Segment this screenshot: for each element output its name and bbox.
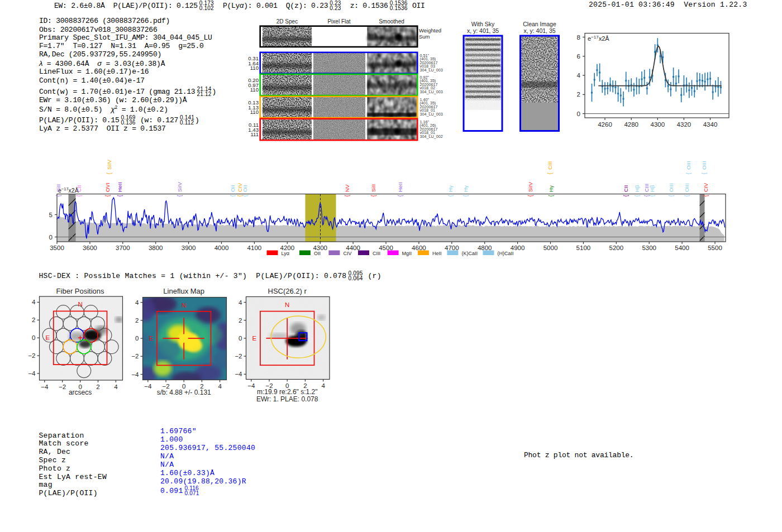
svg-text:(K)CaII: (K)CaII (461, 251, 478, 256)
svg-text:{: { (230, 195, 236, 197)
svg-text:Lyα: Lyα (282, 251, 289, 256)
svg-text:3600: 3600 (83, 245, 97, 251)
svg-text:HeII: HeII (432, 251, 442, 256)
svg-text:OII: OII (314, 251, 321, 256)
svg-text:arcsecs: arcsecs (69, 389, 92, 396)
svg-text:0: 0 (577, 111, 580, 117)
svg-text:4: 4 (114, 384, 118, 390)
svg-text:Clean Image: Clean Image (523, 21, 556, 27)
svg-text:E: E (252, 335, 257, 342)
svg-text:2: 2 (32, 317, 35, 323)
svg-text:{: { (643, 195, 650, 197)
svg-text:4500: 4500 (379, 245, 393, 251)
svg-text:4600: 4600 (412, 245, 426, 251)
svg-text:{: { (684, 195, 690, 197)
svg-text:OIII: OIII (684, 183, 690, 192)
svg-text:4300: 4300 (651, 121, 665, 128)
svg-text:{: { (55, 195, 61, 197)
svg-text:110: 110 (250, 87, 259, 93)
svg-text:4100: 4100 (247, 245, 262, 251)
svg-text:E: E (46, 334, 50, 341)
svg-text:−4: −4 (41, 384, 49, 390)
svg-text:0: 0 (32, 334, 35, 341)
svg-text:{: { (462, 195, 469, 197)
svg-text:{: { (547, 172, 553, 175)
svg-text:304_LU_003: 304_LU_003 (420, 68, 443, 73)
svg-text:4: 4 (218, 383, 222, 390)
svg-text:4: 4 (321, 382, 325, 389)
svg-text:CIV: CIV (703, 183, 709, 192)
svg-text:2: 2 (135, 317, 139, 324)
svg-text:{: { (527, 195, 533, 197)
svg-text:2D Spec: 2D Spec (276, 18, 298, 25)
svg-text:4800: 4800 (478, 245, 492, 251)
svg-text:CIII: CIII (643, 184, 650, 192)
svg-text:{: { (370, 195, 376, 197)
svg-text:CIII: CIII (547, 161, 553, 170)
svg-text:Weighted: Weighted (419, 27, 441, 33)
svg-text:Lineflux Map: Lineflux Map (163, 287, 204, 295)
svg-text:−2: −2 (28, 352, 35, 359)
svg-text:111: 111 (250, 131, 259, 137)
svg-text:Pixel Flat: Pixel Flat (327, 18, 350, 25)
svg-text:Hγ: Hγ (462, 185, 469, 192)
svg-text:6: 6 (577, 53, 580, 60)
svg-text:4340: 4340 (703, 121, 718, 128)
svg-text:4: 4 (239, 299, 242, 306)
svg-text:−4: −4 (235, 371, 242, 377)
svg-text:SiIV: SiIV (527, 182, 533, 192)
svg-text:2: 2 (96, 384, 99, 390)
svg-text:Hγ: Hγ (447, 185, 454, 192)
svg-text:e−17x2Å: e−17x2Å (588, 35, 609, 42)
svg-text:5300: 5300 (642, 245, 656, 251)
svg-text:N: N (78, 301, 82, 308)
svg-text:s/b: 4.88 +/- 0.131: s/b: 4.88 +/- 0.131 (157, 389, 211, 396)
svg-text:{: { (242, 195, 248, 197)
svg-text:Fiber Positions: Fiber Positions (56, 287, 104, 295)
svg-text:SiII: SiII (55, 184, 61, 192)
svg-text:{: { (548, 195, 554, 197)
svg-text:4280: 4280 (624, 121, 638, 128)
svg-text:4: 4 (135, 299, 139, 306)
svg-text:(H)CaII: (H)CaII (498, 251, 514, 256)
svg-text:2: 2 (577, 91, 580, 98)
svg-text:MgII: MgII (402, 251, 412, 256)
svg-text:4: 4 (32, 299, 36, 305)
svg-text:{: { (106, 172, 112, 175)
svg-text:110: 110 (250, 65, 259, 71)
svg-text:304_LU_003: 304_LU_003 (420, 112, 443, 117)
svg-text:5100: 5100 (576, 245, 591, 251)
svg-text:Hβ: Hβ (649, 185, 655, 192)
svg-text:{: { (104, 195, 111, 197)
svg-text:0: 0 (239, 335, 242, 342)
svg-text:5500: 5500 (708, 245, 722, 251)
svg-text:{: { (177, 195, 183, 197)
svg-text:CII: CII (623, 185, 629, 192)
svg-text:N: N (182, 302, 186, 309)
svg-text:OVI: OVI (104, 183, 111, 192)
svg-text:{: { (668, 195, 674, 197)
svg-text:{: { (685, 172, 692, 175)
svg-text:CIII: CIII (373, 251, 380, 256)
svg-text:5200: 5200 (609, 245, 624, 251)
svg-text:2: 2 (239, 317, 242, 324)
svg-text:{: { (397, 195, 403, 197)
svg-text:304_LU_002: 304_LU_002 (420, 134, 443, 139)
svg-text:5000: 5000 (543, 245, 558, 251)
svg-text:E: E (149, 335, 154, 342)
svg-text:With Sky: With Sky (471, 21, 495, 27)
svg-text:−2: −2 (59, 384, 66, 390)
svg-text:−2: −2 (235, 353, 242, 360)
svg-text:3700: 3700 (116, 245, 130, 251)
svg-text:OIII: OIII (701, 161, 707, 170)
svg-text:304_LU_003: 304_LU_003 (420, 89, 443, 94)
svg-text:x, y: 401, 35: x, y: 401, 35 (523, 27, 555, 34)
svg-text:{: { (623, 195, 629, 197)
svg-text:CII: CII (76, 185, 82, 192)
svg-text:110: 110 (250, 109, 259, 115)
svg-text:8: 8 (577, 34, 580, 41)
svg-text:HSC(26.2) r: HSC(26.2) r (268, 287, 307, 295)
svg-text:5: 5 (49, 212, 53, 218)
svg-text:3800: 3800 (149, 245, 163, 251)
svg-text:−4: −4 (247, 382, 255, 389)
